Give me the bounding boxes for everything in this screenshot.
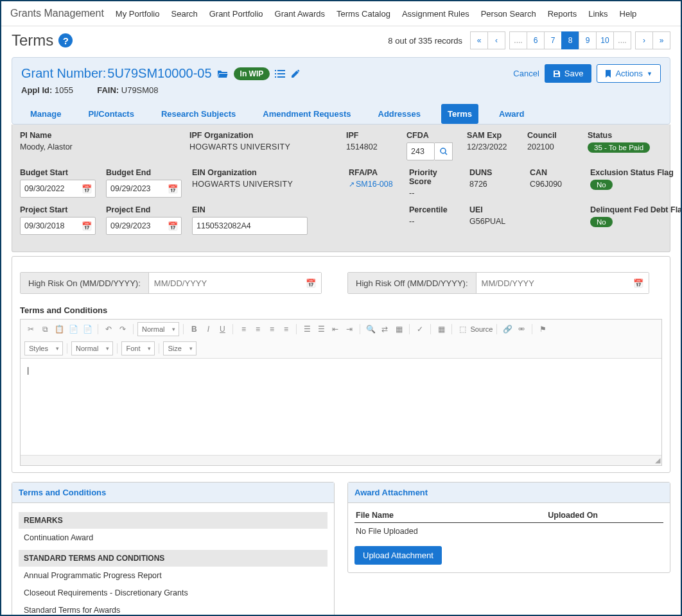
nav-person-search[interactable]: Person Search (481, 9, 536, 19)
align-center-icon[interactable]: ≡ (251, 323, 264, 336)
nav-reports[interactable]: Reports (548, 9, 577, 19)
spellcheck-icon[interactable]: ✓ (414, 323, 426, 336)
rte-body[interactable]: | (21, 359, 661, 455)
unordered-list-icon[interactable]: ☰ (315, 323, 328, 336)
save-button[interactable]: Save (545, 64, 592, 83)
ein-input[interactable] (192, 217, 308, 235)
paste-icon[interactable]: 📋 (53, 323, 66, 336)
pager-first-icon[interactable]: « (470, 31, 488, 49)
excl-label: Exclusion Status Flag (590, 168, 674, 177)
italic-icon[interactable]: I (202, 323, 214, 336)
help-icon[interactable]: ? (58, 33, 73, 47)
nav-terms-catalog[interactable]: Terms Catalog (337, 9, 390, 19)
actions-button[interactable]: Actions ▼ (597, 64, 661, 83)
paste-text-icon[interactable]: 📄 (67, 323, 80, 336)
align-justify-icon[interactable]: ≡ (279, 323, 292, 336)
pager-10[interactable]: 10 (596, 31, 614, 49)
proj-end-input[interactable] (106, 217, 182, 235)
budget-end-label: Budget End (106, 168, 183, 177)
can-link[interactable]: C96J090 (530, 180, 581, 189)
pager-prev-icon[interactable]: ‹ (487, 31, 505, 49)
pager-7[interactable]: 7 (544, 31, 562, 49)
calendar-icon[interactable]: 📅 (306, 278, 316, 288)
no-file-row: No File Uploaded (354, 523, 663, 540)
tab-research-subjects[interactable]: Research Subjects (155, 104, 242, 124)
pager-next-icon[interactable]: › (635, 31, 653, 49)
ordered-list-icon[interactable]: ☰ (301, 323, 313, 336)
nav-assignment-rules[interactable]: Assignment Rules (402, 9, 469, 19)
indent-icon[interactable]: ⇥ (343, 323, 356, 336)
appl-id: 1055 (55, 85, 73, 95)
pager-9[interactable]: 9 (579, 31, 597, 49)
std-item-2: Closeout Requirements - Discretionary Gr… (19, 584, 328, 601)
cfda-input[interactable] (407, 142, 435, 160)
budget-end-input[interactable] (106, 180, 182, 198)
sam-label: SAM Exp (467, 131, 518, 140)
align-left-icon[interactable]: ≡ (237, 323, 250, 336)
pager-6[interactable]: 6 (527, 31, 545, 49)
cut-icon[interactable]: ✂ (24, 323, 37, 336)
copy-icon[interactable]: ⧉ (39, 323, 51, 336)
ein-org-label: EIN Organization (192, 168, 340, 177)
terms-body: High Risk On (MM/DD/YYYY): 📅 High Risk O… (12, 256, 670, 473)
cancel-link[interactable]: Cancel (513, 69, 539, 78)
pager-8[interactable]: 8 (561, 31, 579, 49)
high-risk-off-label: High Risk Off (MM/DD/YYYY): (348, 273, 477, 293)
rich-text-editor: ✂ ⧉ 📋 📄 📄 ↶ ↷ Normal B I U ≡ ≡ ≡ ≡ (20, 319, 662, 466)
align-right-icon[interactable]: ≡ (265, 323, 278, 336)
nav-grant-portfolio[interactable]: Grant Portfolio (209, 9, 263, 19)
table-icon[interactable]: ▦ (435, 323, 448, 336)
size-select[interactable]: Size (163, 341, 196, 355)
priority-label: Priority Score (409, 168, 460, 186)
font-select[interactable]: Font (121, 341, 155, 355)
brand: Grants Management (10, 8, 104, 19)
high-risk-off-input[interactable] (477, 273, 649, 293)
tab-addresses[interactable]: Addresses (372, 104, 427, 124)
list-icon[interactable] (275, 69, 285, 78)
pi-label: PI Name (20, 131, 180, 140)
nav-search[interactable]: Search (171, 9, 198, 19)
budget-start-input[interactable] (20, 180, 96, 198)
underline-icon[interactable]: U (216, 323, 229, 336)
unlink-icon[interactable]: ⚮ (515, 323, 528, 336)
edit-icon[interactable] (290, 69, 301, 79)
pager-last-icon[interactable]: » (652, 31, 670, 49)
folder-open-icon[interactable] (217, 69, 229, 78)
rfapa-link[interactable]: SM16-008 (356, 180, 393, 189)
pager-ellipsis[interactable]: .... (509, 31, 527, 49)
pager-ellipsis-2[interactable]: .... (613, 31, 631, 49)
tab-terms[interactable]: Terms (441, 104, 478, 124)
outdent-icon[interactable]: ⇤ (329, 323, 342, 336)
format-select[interactable]: Normal (137, 322, 179, 336)
redo-icon[interactable]: ↷ (116, 323, 129, 336)
search-icon[interactable] (435, 142, 453, 160)
styles-select[interactable]: Styles (24, 341, 63, 355)
tab-award[interactable]: Award (493, 104, 531, 124)
link-icon[interactable]: 🔗 (501, 323, 514, 336)
nav-links[interactable]: Links (588, 9, 608, 19)
proj-start-input[interactable] (20, 217, 96, 235)
nav-grant-awards[interactable]: Grant Awards (275, 9, 326, 19)
tab-manage[interactable]: Manage (24, 104, 67, 124)
selectall-icon[interactable]: ▦ (392, 323, 405, 336)
upload-attachment-button[interactable]: Upload Attachment (354, 546, 442, 565)
flag-icon[interactable]: ⚑ (536, 323, 549, 336)
nav-help[interactable]: Help (620, 9, 637, 19)
bold-icon[interactable]: B (188, 323, 200, 336)
uei-label: UEI (469, 205, 521, 214)
source-label[interactable]: Source (470, 323, 493, 336)
resize-handle-icon[interactable]: ◢ (655, 456, 660, 465)
paste-word-icon[interactable]: 📄 (81, 323, 94, 336)
undo-icon[interactable]: ↶ (102, 323, 115, 336)
find-icon[interactable]: 🔍 (364, 323, 377, 336)
replace-icon[interactable]: ⇄ (378, 323, 391, 336)
remarks-item: Continuation Award (19, 529, 328, 546)
source-icon[interactable]: ⬚ (456, 323, 469, 336)
calendar-icon[interactable]: 📅 (633, 278, 643, 288)
normal-select[interactable]: Normal (71, 341, 113, 355)
high-risk-on-input[interactable] (149, 273, 321, 293)
tab-pi-contacts[interactable]: PI/Contacts (82, 104, 141, 124)
tab-amendment-requests[interactable]: Amendment Requests (256, 104, 357, 124)
nav-my-portfolio[interactable]: My Portfolio (116, 9, 160, 19)
grant-tabs: Manage PI/Contacts Research Subjects Ame… (21, 104, 661, 124)
